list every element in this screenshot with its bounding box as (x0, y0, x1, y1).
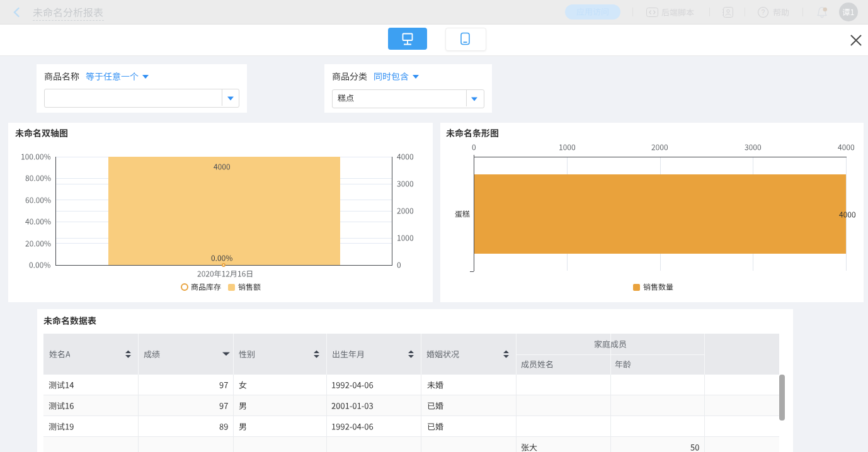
svg-text:?: ? (762, 8, 765, 16)
